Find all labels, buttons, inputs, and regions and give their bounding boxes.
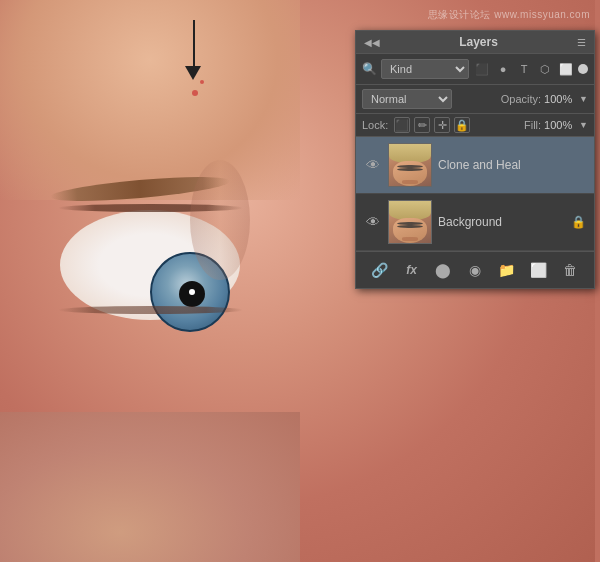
- opacity-value[interactable]: 100%: [544, 93, 576, 105]
- panel-collapse-icon[interactable]: ◀◀: [364, 37, 380, 48]
- layer-item-clone-heal[interactable]: 👁 Clone and Heal: [356, 137, 594, 194]
- fill-value[interactable]: 100%: [544, 119, 576, 131]
- filter-text-icon[interactable]: T: [515, 60, 533, 78]
- lock-row: Lock: ⬛ ✏ ✛ 🔒 Fill: 100% ▼: [356, 114, 594, 137]
- layer-thumbnail-2: [388, 200, 432, 244]
- blemish-1: [192, 90, 198, 96]
- filter-pixel-icon[interactable]: ⬛: [473, 60, 491, 78]
- pupil: [179, 281, 205, 307]
- lock-paint-btn[interactable]: ✏: [414, 117, 430, 133]
- opacity-arrow[interactable]: ▼: [579, 94, 588, 104]
- filter-smart-icon[interactable]: ⬜: [557, 60, 575, 78]
- fill-arrow[interactable]: ▼: [579, 120, 588, 130]
- lock-icons-group: ⬛ ✏ ✛ 🔒: [394, 117, 470, 133]
- blend-mode-row: Normal Opacity: 100% ▼: [356, 85, 594, 114]
- lock-label: Lock:: [362, 119, 388, 131]
- opacity-section: Opacity: 100% ▼: [501, 93, 588, 105]
- panel-footer: 🔗 fx ⬤ ◉ 📁 ⬜ 🗑: [356, 251, 594, 288]
- new-layer-btn[interactable]: ⬜: [526, 258, 550, 282]
- panel-titlebar: ◀◀ Layers ☰: [356, 31, 594, 54]
- filter-shape-icon[interactable]: ⬡: [536, 60, 554, 78]
- adjustment-btn[interactable]: ◉: [463, 258, 487, 282]
- eye-region: [30, 180, 290, 380]
- layers-list: 👁 Clone and Heal 👁: [356, 137, 594, 251]
- blemish-2: [200, 80, 204, 84]
- layer-thumbnail-1: [388, 143, 432, 187]
- filter-adjust-icon[interactable]: ●: [494, 60, 512, 78]
- fill-label: Fill:: [524, 119, 541, 131]
- blend-mode-select[interactable]: Normal: [362, 89, 452, 109]
- layer-item-background[interactable]: 👁 Background 🔒: [356, 194, 594, 251]
- fx-btn[interactable]: fx: [400, 258, 424, 282]
- panel-menu-icon[interactable]: ☰: [577, 37, 586, 48]
- layer-visibility-toggle-2[interactable]: 👁: [364, 214, 382, 230]
- filter-row: 🔍 Kind ⬛ ● T ⬡ ⬜: [356, 54, 594, 85]
- watermark: 思缘设计论坛 www.missyuan.com: [428, 8, 590, 22]
- filter-active-dot: [578, 64, 588, 74]
- layer-name-1: Clone and Heal: [438, 158, 586, 172]
- filter-icons-group: ⬛ ● T ⬡ ⬜: [473, 60, 588, 78]
- fill-section: Fill: 100% ▼: [524, 119, 588, 131]
- filter-search-icon: 🔍: [362, 62, 377, 76]
- lock-move-btn[interactable]: ✛: [434, 117, 450, 133]
- lock-all-btn[interactable]: 🔒: [454, 117, 470, 133]
- link-layers-btn[interactable]: 🔗: [368, 258, 392, 282]
- group-btn[interactable]: 📁: [495, 258, 519, 282]
- lock-pixels-btn[interactable]: ⬛: [394, 117, 410, 133]
- panel-title-icons: ☰: [577, 37, 586, 48]
- delete-layer-btn[interactable]: 🗑: [558, 258, 582, 282]
- opacity-label: Opacity:: [501, 93, 541, 105]
- pupil-highlight: [189, 289, 195, 295]
- panel-title: Layers: [459, 35, 498, 49]
- layers-panel: ◀◀ Layers ☰ 🔍 Kind ⬛ ● T ⬡ ⬜ Normal Opac…: [355, 30, 595, 289]
- layer-name-2: Background: [438, 215, 565, 229]
- layer-lock-icon-2: 🔒: [571, 215, 586, 229]
- filter-kind-select[interactable]: Kind: [381, 59, 469, 79]
- add-mask-btn[interactable]: ⬤: [431, 258, 455, 282]
- layer-visibility-toggle-1[interactable]: 👁: [364, 157, 382, 173]
